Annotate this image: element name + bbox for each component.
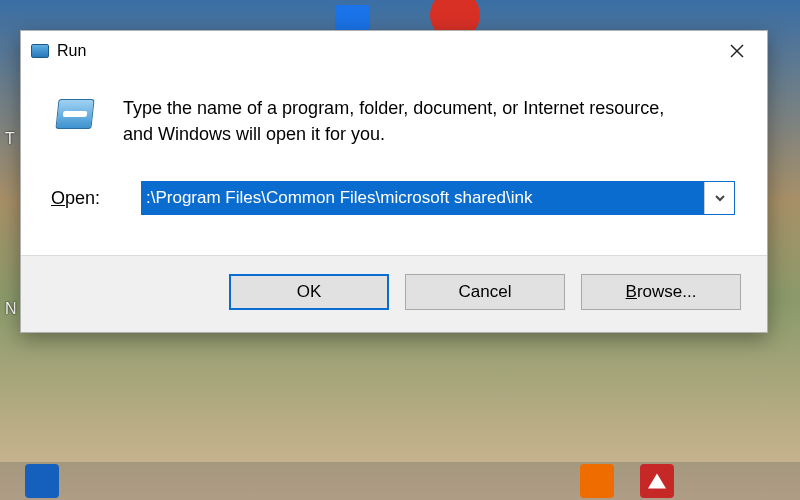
bg-letter: T xyxy=(5,130,15,148)
taskbar-icon xyxy=(640,464,674,498)
dialog-body: Type the name of a program, folder, docu… xyxy=(21,71,767,255)
bg-shape xyxy=(335,5,370,30)
run-icon xyxy=(31,44,49,58)
titlebar[interactable]: Run xyxy=(21,31,767,71)
dialog-footer: OK Cancel Browse... xyxy=(21,255,767,332)
close-button[interactable] xyxy=(709,32,765,70)
chevron-down-icon xyxy=(714,192,726,204)
bg-letter: N xyxy=(5,300,17,318)
open-label: Open: xyxy=(51,188,121,209)
close-icon xyxy=(730,44,744,58)
taskbar-icon xyxy=(25,464,59,498)
ok-button[interactable]: OK xyxy=(229,274,389,310)
cancel-button[interactable]: Cancel xyxy=(405,274,565,310)
dropdown-button[interactable] xyxy=(704,182,734,214)
description-text: Type the name of a program, folder, docu… xyxy=(123,95,683,147)
open-input[interactable] xyxy=(142,182,704,214)
taskbar xyxy=(0,462,800,500)
run-large-icon xyxy=(51,95,99,135)
run-dialog: Run Type the name of a program, folder, … xyxy=(20,30,768,333)
browse-button[interactable]: Browse... xyxy=(581,274,741,310)
open-combobox[interactable] xyxy=(141,181,735,215)
taskbar-icon xyxy=(580,464,614,498)
window-title: Run xyxy=(57,42,86,60)
